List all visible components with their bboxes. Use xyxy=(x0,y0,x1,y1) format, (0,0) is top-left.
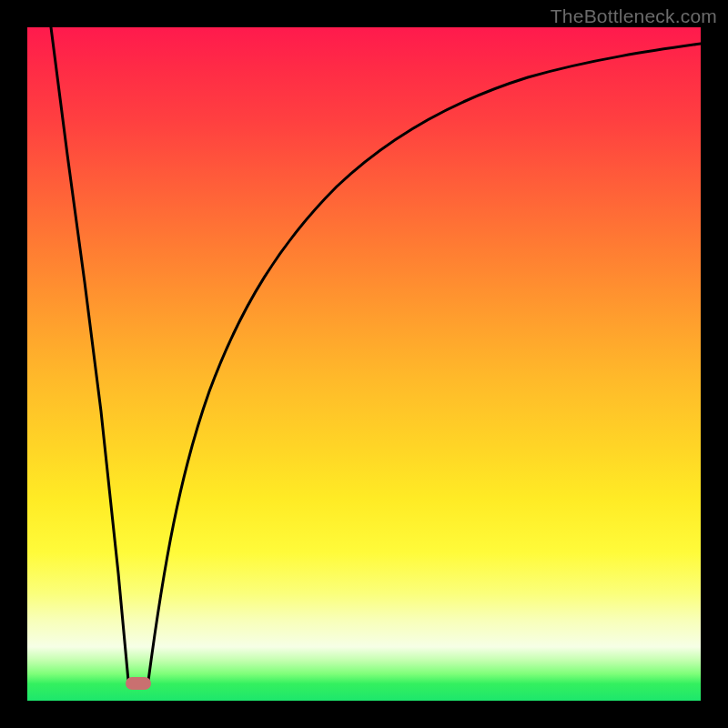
bottleneck-curve xyxy=(27,27,701,701)
chart-frame: TheBottleneck.com xyxy=(0,0,728,728)
curve-right-branch xyxy=(148,44,701,681)
watermark-text: TheBottleneck.com xyxy=(551,5,717,27)
optimal-point-marker xyxy=(126,677,151,690)
plot-area xyxy=(27,27,701,701)
curve-left-branch xyxy=(51,27,128,681)
